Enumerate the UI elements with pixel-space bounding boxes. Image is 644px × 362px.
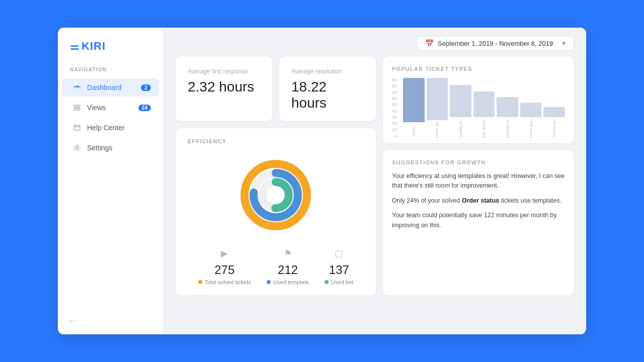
efficiency-body: ▶ 275 Total solved tickets ⚑ 212 <box>188 152 364 285</box>
y-label-0: 0 <box>392 134 397 138</box>
sidebar: ⚌ KIRI NAVIGATION Dashboard 2 Views 24 H… <box>58 28 164 334</box>
suggestion-para-2: Only 24% of your solved Order status tic… <box>392 196 565 206</box>
sidebar-bottom: ← <box>58 316 163 326</box>
nav-label: NAVIGATION <box>58 67 163 77</box>
bot-legend: Used bot <box>325 279 353 285</box>
main: 📅 September 1, 2019 - November 8, 2019 ▼… <box>164 28 586 334</box>
donut-chart <box>233 152 318 238</box>
avg-resolution-value: 18.22 hours <box>291 79 364 111</box>
sidebar-help-label: Help Center <box>87 124 125 132</box>
svg-rect-5 <box>74 125 80 130</box>
efficiency-card: EFFICIENCY <box>176 128 376 295</box>
y-label-20: 20 <box>392 121 397 126</box>
bar-label-4: Change order... <box>505 119 510 138</box>
template-icon: ⚑ <box>284 248 292 259</box>
y-label-30: 30 <box>392 115 397 120</box>
suggestions-title: SUGGESTIONS FOR GROWTH <box>392 159 565 165</box>
views-badge: 24 <box>138 105 151 111</box>
suggestion-para-3: Your team could potentially save 122 min… <box>392 211 565 230</box>
y-label-10: 10 <box>392 128 397 132</box>
logo: ⚌ KIRI <box>58 40 163 67</box>
chevron-down-icon: ▼ <box>561 40 567 46</box>
dashboard-badge: 2 <box>141 84 151 91</box>
bar-label-5: Other questi... <box>529 119 533 138</box>
bar-col-5: Other questi... <box>520 78 542 138</box>
y-label-60: 60 <box>392 97 397 101</box>
y-label-80: 80 <box>392 84 397 88</box>
date-range-label: September 1, 2019 - November 8, 2019 <box>438 40 553 47</box>
avg-resolution-label: Average resolution <box>291 68 364 75</box>
sidebar-dashboard-label: Dashboard <box>87 83 122 92</box>
solved-legend: Total solved tickets <box>198 279 251 285</box>
popular-ticket-types-card: POPULAR TICKET TYPES 90 80 70 60 50 40 3… <box>383 57 574 143</box>
bar-label-0: Other <box>412 124 416 138</box>
svg-point-0 <box>76 87 77 88</box>
stat-solved: ▶ 275 Total solved tickets <box>198 248 251 285</box>
bar-4 <box>497 97 518 117</box>
y-axis: 90 80 70 60 50 40 30 20 10 0 <box>392 78 400 138</box>
bar-label-3: Info about o... <box>481 119 486 138</box>
bar-0 <box>403 78 425 122</box>
bar-1 <box>427 78 448 120</box>
response-cards: Average first response 2.32 hours Averag… <box>176 57 376 121</box>
bot-icon: ▢ <box>335 248 343 259</box>
bar-col-0: Other <box>403 78 425 138</box>
bar-label-1: Order status <box>435 122 439 138</box>
svg-rect-4 <box>77 108 80 110</box>
sidebar-item-help-center[interactable]: Help Center <box>62 119 159 137</box>
main-content: Average first response 2.32 hours Averag… <box>164 57 586 334</box>
bar-label-2: Quality or q... <box>458 119 463 138</box>
suggestion-para-1: Your efficiency at using templates is gr… <box>392 171 565 191</box>
sidebar-settings-label: Settings <box>87 144 113 152</box>
bar-col-2: Quality or q... <box>450 78 471 138</box>
template-number: 212 <box>278 263 298 277</box>
chart-title: POPULAR TICKET TYPES <box>392 66 565 72</box>
settings-icon <box>72 144 82 152</box>
app-container: ⚌ KIRI NAVIGATION Dashboard 2 Views 24 H… <box>58 28 586 334</box>
svg-rect-2 <box>77 105 80 107</box>
main-header: 📅 September 1, 2019 - November 8, 2019 ▼ <box>164 28 586 57</box>
efficiency-title: EFFICIENCY <box>188 138 364 144</box>
bot-number: 137 <box>329 263 349 277</box>
stats-row: ▶ 275 Total solved tickets ⚑ 212 <box>188 248 364 285</box>
bar-6 <box>543 107 565 117</box>
bar-2 <box>450 85 471 117</box>
sidebar-views-label: Views <box>87 104 106 112</box>
sidebar-item-settings[interactable]: Settings <box>62 139 159 157</box>
sidebar-item-views[interactable]: Views 24 <box>62 99 159 117</box>
back-button[interactable]: ← <box>68 316 153 326</box>
bar-label-6: Technical is... <box>552 119 556 138</box>
bar-5 <box>520 103 542 117</box>
bar-3 <box>473 92 495 117</box>
avg-first-response-card: Average first response 2.32 hours <box>176 57 272 121</box>
left-column: Average first response 2.32 hours Averag… <box>176 57 376 295</box>
svg-rect-3 <box>74 108 76 110</box>
bar-col-3: Info about o... <box>473 78 495 138</box>
views-icon <box>72 104 82 112</box>
bar-col-4: Change order... <box>497 78 518 138</box>
template-dot <box>267 280 271 284</box>
solved-dot <box>198 280 202 284</box>
bar-col-1: Order status <box>427 78 448 138</box>
bar-chart-bars: OtherOrder statusQuality or q...Info abo… <box>403 78 565 138</box>
sidebar-item-dashboard[interactable]: Dashboard 2 <box>62 78 159 97</box>
date-picker[interactable]: 📅 September 1, 2019 - November 8, 2019 ▼ <box>418 36 574 51</box>
right-column: POPULAR TICKET TYPES 90 80 70 60 50 40 3… <box>383 57 574 295</box>
avg-first-response-value: 2.32 hours <box>188 79 260 95</box>
y-label-40: 40 <box>392 109 397 114</box>
bar-col-6: Technical is... <box>543 78 565 138</box>
logo-icon: ⚌ <box>70 40 79 52</box>
bot-dot <box>325 280 329 284</box>
help-center-icon <box>72 124 82 132</box>
svg-rect-1 <box>74 105 76 107</box>
y-label-70: 70 <box>392 90 397 95</box>
dashboard-icon <box>72 83 82 92</box>
suggestions-card: SUGGESTIONS FOR GROWTH Your efficiency a… <box>383 150 574 295</box>
solved-number: 275 <box>214 263 234 277</box>
y-label-50: 50 <box>392 103 397 107</box>
template-legend: Used template <box>267 279 309 285</box>
bar-chart: 90 80 70 60 50 40 30 20 10 0 <box>392 78 565 138</box>
solved-icon: ▶ <box>221 248 228 259</box>
stat-bot: ▢ 137 Used bot <box>325 248 353 285</box>
stat-template: ⚑ 212 Used template <box>267 248 309 285</box>
